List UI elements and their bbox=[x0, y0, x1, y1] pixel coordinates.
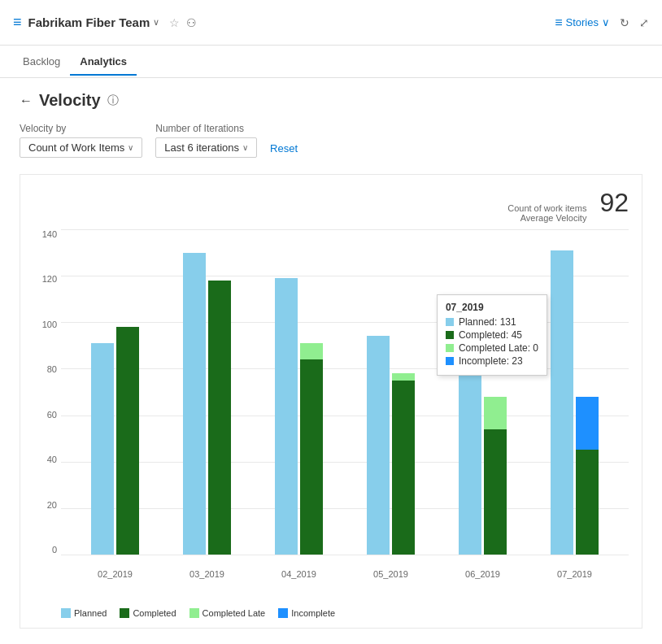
bar-completed-group bbox=[300, 343, 323, 555]
tooltip-swatch bbox=[446, 331, 454, 339]
bar-completed-late[interactable] bbox=[300, 343, 323, 359]
page-title: Velocity bbox=[39, 91, 101, 110]
app-header: ≡ Fabrikam Fiber Team ∨ ☆ ⚇ ≡ Stories ∨ … bbox=[0, 0, 662, 46]
favorite-icon[interactable]: ☆ bbox=[169, 16, 180, 29]
legend-label: Planned bbox=[74, 608, 107, 618]
tooltip-row: Planned: 131 bbox=[446, 316, 538, 328]
bar-completed-group bbox=[576, 397, 599, 555]
bar-completed-group bbox=[116, 327, 139, 555]
y-axis-label: 20 bbox=[28, 500, 57, 510]
tab-backlog[interactable]: Backlog bbox=[13, 49, 70, 76]
bar-completed[interactable] bbox=[300, 359, 323, 555]
y-axis-label: 100 bbox=[28, 320, 57, 329]
bar-group bbox=[275, 278, 323, 555]
bar-completed[interactable] bbox=[576, 450, 599, 555]
team-members-icon[interactable]: ⚇ bbox=[186, 16, 197, 29]
tooltip-row-label: Completed Late: 0 bbox=[459, 342, 538, 354]
legend-swatch bbox=[61, 608, 71, 618]
bar-planned[interactable] bbox=[367, 336, 390, 555]
x-axis-label: 05_2019 bbox=[373, 569, 408, 579]
bar-completed[interactable] bbox=[484, 429, 507, 555]
tooltip-swatch bbox=[446, 344, 454, 352]
x-axis-label: 06_2019 bbox=[465, 569, 500, 579]
bar-planned[interactable] bbox=[551, 250, 573, 555]
bar-group bbox=[183, 253, 231, 555]
y-axis-label: 40 bbox=[28, 455, 57, 464]
chart-avg-value: 92 bbox=[599, 188, 629, 218]
legend-label: Incomplete bbox=[291, 608, 335, 618]
bar-group bbox=[91, 327, 139, 555]
iterations-filter: Number of Iterations Last 6 iterations ∨ bbox=[155, 123, 257, 158]
chart-container: Count of work items Average Velocity 92 … bbox=[20, 174, 642, 629]
bar-group bbox=[551, 250, 599, 555]
legend-item: Completed bbox=[120, 608, 176, 618]
expand-button[interactable]: ⤢ bbox=[639, 16, 649, 29]
x-axis-label: 03_2019 bbox=[189, 569, 224, 579]
team-chevron-icon[interactable]: ∨ bbox=[153, 17, 159, 28]
refresh-button[interactable]: ↻ bbox=[620, 16, 629, 29]
legend-item: Incomplete bbox=[278, 608, 335, 618]
chart-legend: PlannedCompletedCompleted LateIncomplete bbox=[61, 608, 335, 618]
bar-group bbox=[367, 336, 415, 555]
tooltip-swatch bbox=[446, 357, 454, 365]
iterations-value: Last 6 iterations bbox=[164, 141, 239, 154]
chart-metric-label: Count of work items bbox=[507, 203, 586, 213]
team-name: Fabrikam Fiber Team bbox=[28, 15, 150, 29]
legend-label: Completed bbox=[133, 608, 176, 618]
bar-completed-group bbox=[484, 397, 507, 555]
tooltip-row-label: Incomplete: 23 bbox=[459, 355, 523, 367]
chart-meta: Count of work items Average Velocity bbox=[507, 203, 586, 223]
tooltip-row: Completed Late: 0 bbox=[446, 342, 538, 354]
bar-completed-late[interactable] bbox=[392, 373, 415, 381]
bar-completed[interactable] bbox=[392, 381, 415, 555]
page-header: ← Velocity ⓘ bbox=[20, 91, 642, 110]
header-actions: ≡ Stories ∨ ↻ ⤢ bbox=[555, 15, 649, 30]
help-icon[interactable]: ⓘ bbox=[107, 94, 119, 108]
velocity-by-chevron-icon: ∨ bbox=[128, 143, 133, 152]
bars-wrapper bbox=[61, 229, 629, 555]
tooltip-title: 07_2019 bbox=[446, 302, 538, 313]
x-labels: 02_201903_201904_201905_201906_201907_20… bbox=[61, 569, 629, 579]
stories-icon: ≡ bbox=[555, 15, 562, 30]
bar-completed-late[interactable] bbox=[484, 397, 507, 429]
stories-label: Stories bbox=[566, 16, 599, 28]
tooltip-swatch bbox=[446, 318, 454, 326]
iterations-label: Number of Iterations bbox=[155, 123, 257, 134]
nav-tabs: Backlog Analytics bbox=[0, 46, 662, 78]
reset-button[interactable]: Reset bbox=[270, 139, 298, 158]
app-icon: ≡ bbox=[13, 14, 22, 31]
iterations-select[interactable]: Last 6 iterations ∨ bbox=[155, 137, 257, 158]
chart-area: 020406080100120140 02_201903_201904_2019… bbox=[61, 229, 629, 579]
y-axis: 020406080100120140 bbox=[28, 229, 57, 555]
bar-completed-group bbox=[392, 373, 415, 555]
y-axis-label: 80 bbox=[28, 364, 57, 374]
stories-chevron-icon: ∨ bbox=[602, 16, 610, 28]
back-button[interactable]: ← bbox=[20, 94, 33, 108]
chart-avg-label: Average Velocity bbox=[507, 213, 586, 223]
bar-incomplete[interactable] bbox=[576, 397, 599, 450]
bar-completed[interactable] bbox=[208, 281, 231, 555]
velocity-by-value: Count of Work Items bbox=[28, 141, 124, 154]
bar-planned[interactable] bbox=[183, 253, 206, 555]
y-axis-label: 60 bbox=[28, 410, 57, 420]
tooltip-row-label: Completed: 45 bbox=[459, 329, 522, 341]
iterations-chevron-icon: ∨ bbox=[242, 143, 248, 152]
filters-bar: Velocity by Count of Work Items ∨ Number… bbox=[20, 123, 642, 158]
chart-header: Count of work items Average Velocity 92 bbox=[61, 188, 629, 223]
bar-completed[interactable] bbox=[116, 327, 139, 555]
bar-planned[interactable] bbox=[91, 343, 114, 555]
legend-swatch bbox=[278, 608, 288, 618]
velocity-by-select[interactable]: Count of Work Items ∨ bbox=[20, 137, 142, 158]
tooltip-row: Incomplete: 23 bbox=[446, 355, 538, 367]
tooltip-row-label: Planned: 131 bbox=[459, 316, 516, 328]
stories-button[interactable]: ≡ Stories ∨ bbox=[555, 15, 610, 30]
y-axis-label: 120 bbox=[28, 274, 57, 284]
tab-analytics[interactable]: Analytics bbox=[70, 49, 137, 76]
grid-line bbox=[61, 555, 629, 555]
legend-swatch bbox=[189, 608, 199, 618]
x-axis-label: 04_2019 bbox=[281, 569, 316, 579]
bar-planned[interactable] bbox=[275, 278, 298, 555]
legend-item: Planned bbox=[61, 608, 107, 618]
chart-tooltip: 07_2019 Planned: 131Completed: 45Complet… bbox=[437, 294, 547, 376]
legend-label: Completed Late bbox=[203, 608, 266, 618]
